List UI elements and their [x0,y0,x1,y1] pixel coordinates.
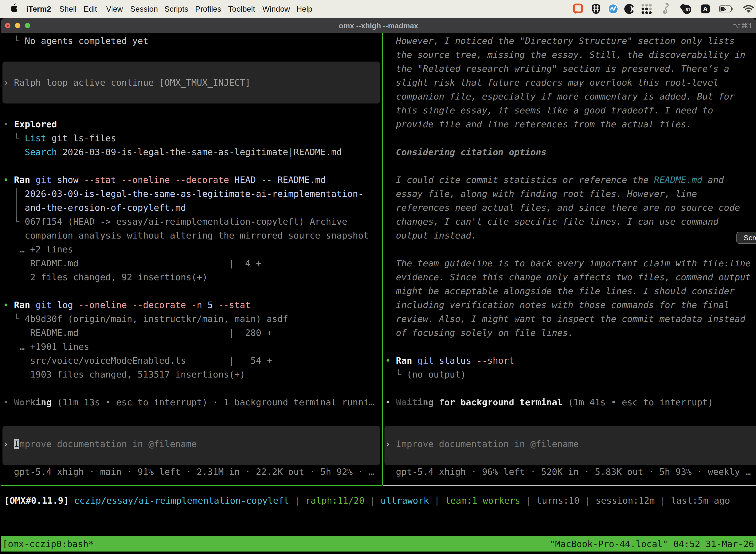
omx-status-segment: cczip/essay/ai-reimplementation-copyleft [74,495,289,506]
terminal-row: this single essay, it seems like a good … [385,104,713,117]
terminal-row: 2026-03-09-is-legal-the-same-as-legitima… [3,187,363,201]
tmux-host-clock-label: "MacBook-Pro-44.local" 04:52 31-Mar-26 [550,536,754,552]
chat-icon[interactable] [570,0,585,18]
omx-status-segment: | [655,495,671,506]
notch-circle-icon[interactable] [622,0,637,18]
terminal-row: including verification notes with those … [385,298,729,312]
menu-item-iterm2[interactable]: iTerm2 [26,0,51,18]
menu-item-session[interactable]: Session [130,0,158,18]
terminal-row: However, I noticed the "Directory Struct… [385,34,735,48]
omx-status-segment: team:1 workers [445,495,520,506]
terminal-row: › Improve documentation in @filename [385,437,579,451]
pane-border-bottom-right [383,485,756,486]
omx-status-segment [69,495,74,506]
terminal-row: └ (no output) [385,368,466,382]
omx-status-segment: ralph:11/20 [305,495,364,506]
terminal-row: of focusing solely on file lines. [385,326,573,340]
menu-item-window[interactable]: Window [262,0,290,18]
terminal-row: essay file, along with finding root file… [385,187,697,201]
menu-item-scripts[interactable]: Scripts [165,0,188,18]
tmux-status-bar: [omx-cczip0:bash* "MacBook-Pro-44.local"… [1,536,756,552]
terminal-row: 2 files changed, 92 insertions(+) [3,270,208,284]
terminal-row: and-the-erosion-of-copyleft.md [3,201,186,215]
omx-status-segment: ultrawork [380,495,429,506]
terminal-row: • Ran git status --short [385,354,514,368]
terminal-row: changes, I can't cite specific file line… [385,215,718,229]
terminal-row: slight risk that future readers may over… [385,76,718,90]
terminal-row: review. Also, I might want to inspect th… [385,312,745,326]
terminal-row: 1903 files changed, 513517 insertions(+) [3,368,245,382]
terminal-row: output instead. [385,229,477,242]
window-titlebar[interactable]: omx --xhigh --madmax ⌥⌘1 [1,18,756,33]
terminal-row: the "Related research writing" section i… [385,62,729,76]
window-title: omx --xhigh --madmax [1,18,756,33]
omx-status-segment: turns:10 [537,495,579,506]
menu-item-view[interactable]: View [106,0,123,18]
terminal-row: companion analysis without altering the … [3,229,369,242]
terminal-row: … +1901 lines [3,340,89,354]
terminal-row: • Working (11m 13s • esc to interrupt) ·… [3,395,374,409]
terminal-row: README.md | 280 + [3,326,272,340]
omx-status-segment: | [289,495,305,506]
omx-status-segment: | [429,495,445,506]
omx-status-bar: [OMX#0.11.9] cczip/essay/ai-reimplementa… [4,494,730,508]
apple-icon[interactable] [10,3,18,13]
omx-status-segment: [OMX#0.11.9] [4,495,69,506]
terminal-row: Considering citation options [385,145,547,159]
menu-item-profiles[interactable]: Profiles [195,0,221,18]
omx-status-segment: session:12m [595,495,654,506]
battery-badge-icon[interactable]: ..61 [678,0,693,18]
omx-status-segment: | [520,495,537,506]
svg-text:A: A [703,5,708,13]
terminal-content: └ No agents completed yet› Ralph loop ac… [1,33,756,554]
wifi-icon[interactable] [741,0,756,18]
pulse-icon[interactable] [606,0,621,18]
menu-item-shell[interactable]: Shell [59,0,77,18]
svg-text:..61: ..61 [683,7,690,12]
omx-status-segment: | [579,495,595,506]
tree-guide-line [16,188,17,217]
terminal-row: companion file, especially if more comme… [385,90,735,104]
input-source-icon[interactable]: A [698,0,713,18]
terminal-row: • Waiting for background terminal (1m 41… [385,395,713,409]
terminal-row: I could cite commit statistics or refere… [385,173,724,187]
menu-item-toolbelt[interactable]: Toolbelt [228,0,255,18]
terminal-row: the source tree, missing the essay. Stil… [385,48,745,62]
terminal-row: • Ran git show --stat --oneline --decora… [3,173,326,187]
screen-share-pill[interactable]: Scre [737,232,756,244]
menu-item-help[interactable]: Help [296,0,313,18]
terminal-row: src/voice/voiceModeEnabled.ts | 54 + [3,354,272,368]
terminal-row: › Ralph loop active continue [OMX_TMUX_I… [3,76,251,90]
terminal-row: • Ran git log --oneline --decorate -n 5 … [3,298,251,312]
shield-grid-icon[interactable] [588,0,604,18]
omx-status-segment: | [364,495,380,506]
tmux-session-label: [omx-cczip0:bash* [2,536,94,552]
terminal-row: › Improve documentation in @filename [3,437,197,451]
battery-icon[interactable] [719,0,734,18]
terminal-row: Search 2026-03-09-is-legal-the-same-as-l… [3,145,342,159]
terminal-row: └ 4b9d30f (origin/main, instructkr/main,… [3,312,288,326]
omx-status-segment: last:5m ago [671,495,730,506]
terminal-row: gpt-5.4 xhigh · main · 91% left · 2.31M … [3,465,374,479]
terminal-row: • Explored [3,117,57,131]
menu-bar: iTerm2ShellEditViewSessionScriptsProfile… [0,0,756,18]
window-shortcut-badge: ⌥⌘1 [733,18,753,33]
screen-share-pill-label: Scre [744,233,756,242]
terminal-row: └ List git ls-files [3,131,116,145]
terminal-row: might be acceptable alongside the file l… [385,284,735,298]
pane-divider[interactable] [382,33,383,485]
terminal-row: references need actual files, and since … [385,201,740,215]
menu-item-edit[interactable]: Edit [83,0,97,18]
terminal-row: └ No agents completed yet [3,34,148,48]
terminal-row: README.md | 4 + [3,257,261,270]
terminal-row: gpt-5.4 xhigh · 96% left · 520K in · 5.8… [385,465,751,479]
desktop: iTerm2ShellEditViewSessionScriptsProfile… [0,0,756,554]
seahorse-icon[interactable] [658,0,673,18]
pane-border-bottom-left [1,485,382,486]
terminal-row: evidence. Since this change only affects… [385,270,751,284]
terminal-row: └ 067f154 (HEAD -> essay/ai-reimplementa… [3,215,347,229]
terminal-row: provide file and line references from th… [385,117,692,131]
terminal-row: The team guideline is to back every impo… [385,257,751,270]
dots-grid-icon[interactable] [639,0,654,18]
terminal-row: … +2 lines [3,242,73,257]
